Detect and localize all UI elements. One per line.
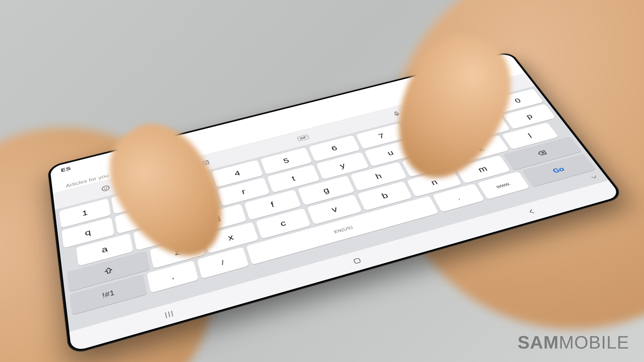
svg-rect-5 <box>395 111 398 115</box>
sammobile-watermark: SAMMOBILE <box>518 332 629 353</box>
svg-rect-7 <box>354 258 361 264</box>
svg-point-4 <box>206 162 207 163</box>
recents-button[interactable]: ||| <box>162 307 177 321</box>
gif-icon[interactable]: GIF <box>297 134 309 141</box>
watermark-bold: SAM <box>518 332 559 352</box>
back-button[interactable] <box>524 206 540 217</box>
page-text-fragment: ES <box>60 165 71 173</box>
svg-point-1 <box>104 188 105 188</box>
home-button[interactable] <box>349 255 365 267</box>
svg-point-2 <box>106 187 107 188</box>
svg-point-0 <box>102 185 109 191</box>
watermark-rest: MOBILE <box>559 332 629 352</box>
emoji-icon[interactable] <box>100 184 111 193</box>
